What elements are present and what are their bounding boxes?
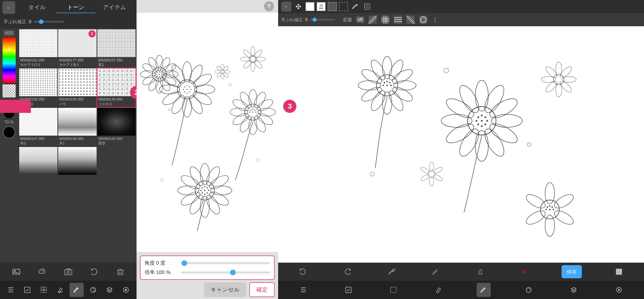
color-circle[interactable] [3,126,15,138]
tile-item-cloud2[interactable] [58,147,96,181]
svg-point-70 [156,74,157,75]
svg-point-42 [187,93,188,94]
tile-thumb-starsky [97,108,136,136]
diagonal-alt-ruler-button[interactable] [405,15,416,24]
svg-point-218 [547,206,548,208]
diagonal-ruler-button[interactable] [367,15,378,24]
p3-save-button[interactable]: 保存 [562,265,582,278]
panel1-back-button[interactable]: ← [3,1,15,14]
p3-picker-icon[interactable] [350,2,360,12]
svg-point-111 [201,190,202,191]
svg-point-19 [125,289,127,291]
tab-tone[interactable]: トーン [56,2,95,13]
p3-pen-button[interactable] [429,265,443,279]
p3-nav-select[interactable] [386,283,401,297]
nav-layers[interactable] [102,283,117,297]
svg-point-37 [189,86,190,87]
svg-point-71 [159,74,160,75]
p3-close-button[interactable]: ✕ [517,265,531,279]
svg-point-35 [184,86,185,87]
circle-ruler-button[interactable] [418,15,429,24]
svg-point-39 [187,89,188,90]
svg-point-219 [549,205,551,207]
nav-menu[interactable]: ☰ [4,283,18,297]
tab-tile[interactable]: タイル [18,2,56,13]
hlines-ruler-button[interactable] [392,15,404,24]
p3-white-color[interactable] [305,2,315,11]
color-gradient[interactable] [3,37,16,83]
p3-nav-erase[interactable] [431,283,446,297]
stabilizer-value: 0 [29,19,31,24]
tile-item-tree1[interactable]: MS000146-350木1 [58,108,96,146]
svg-point-67 [157,72,158,73]
tile-item-kakea-c1[interactable]: MS000181-350カケアミC-1 [19,29,57,68]
nav-palette[interactable] [86,283,100,297]
svg-point-178 [481,125,483,127]
tile-item-cosmos[interactable]: MS000149-350コスモス [97,68,136,107]
svg-rect-239 [620,273,622,275]
nav-erase[interactable] [53,283,67,297]
tile-item-tree2[interactable]: MS000147-350木2 [19,108,57,146]
svg-point-15 [93,288,94,289]
p3-nav-palette[interactable] [522,283,536,297]
image-add-button[interactable] [9,265,23,279]
p3-redo-button[interactable] [340,265,354,279]
panel1-nav: ☰ [0,281,137,299]
scale-slider[interactable] [181,271,270,273]
nav-pen[interactable] [70,283,84,297]
p3-back-button[interactable]: ← [281,2,291,12]
svg-point-108 [202,187,203,189]
grid-ruler-button[interactable] [380,15,391,24]
svg-point-194 [386,81,388,82]
tile-thumb-heart [19,68,57,96]
tile-item-starsky[interactable]: MS000143-350星空 [97,108,136,146]
p3-nav-edit[interactable] [341,283,356,297]
nav-grid[interactable] [119,283,133,297]
tile-item-rose[interactable]: MS000150-350バラ [58,68,96,107]
tile-label: MS000150-350バラ [58,96,96,107]
help-button[interactable]: ? [264,1,274,11]
undo-button[interactable] [87,265,101,279]
stabilizer-slider[interactable] [34,21,64,22]
svg-point-115 [204,194,206,195]
svg-point-92 [249,112,250,113]
p3-eyedrop-button[interactable] [385,265,399,279]
nav-edit[interactable] [20,283,34,297]
tile-label: MS000157-350星1 [97,57,136,68]
p3-nav-layers[interactable] [567,283,581,297]
ruler-more-button[interactable]: ⋮ [430,15,440,24]
tile-item-cloud1[interactable] [19,147,57,181]
p3-nav-menu[interactable]: ☰ [296,283,310,297]
p3-eraser-button[interactable] [473,265,487,279]
tab-item[interactable]: アイテム [95,2,134,13]
off-ruler-button[interactable]: off [354,15,366,24]
p3-undo-button[interactable] [296,265,310,279]
p3-nav-grid[interactable] [612,283,626,297]
p3-fill-icon[interactable] [317,2,326,11]
scale-row: 倍率 100 % [145,269,270,276]
p3-dark-color[interactable] [328,2,337,11]
p3-nav-pen[interactable] [477,283,491,297]
cancel-button[interactable]: キャンセル [204,282,246,297]
p3-grid-icon[interactable] [362,2,372,12]
angle-slider[interactable] [181,262,270,264]
cloud-add-button[interactable] [35,265,49,279]
svg-point-1 [14,270,15,272]
tile-item-kakea-b1[interactable]: MS000177-350カケアミB-1 1 [58,29,96,68]
p3-selection-box[interactable] [339,2,348,11]
svg-point-73 [157,76,158,77]
delete-button[interactable] [113,265,127,279]
tile-label: MS000177-350カケアミB-1 [58,57,96,68]
svg-rect-11 [44,290,47,293]
confirm-button[interactable]: 確定 [249,282,275,297]
p3-stabilizer-slider[interactable] [310,19,335,20]
p3-move-icon[interactable] [293,2,303,12]
nav-select[interactable] [37,283,51,297]
panel1-toolbar: 手ぶれ補正 0 [0,15,137,28]
svg-point-220 [551,206,553,208]
panel2-canvas [137,13,278,252]
p3-apps-button[interactable] [612,265,626,279]
tile-item-star1[interactable]: MS000157-350星1 [97,29,136,68]
camera-button[interactable] [61,265,75,279]
svg-point-17 [94,291,95,292]
